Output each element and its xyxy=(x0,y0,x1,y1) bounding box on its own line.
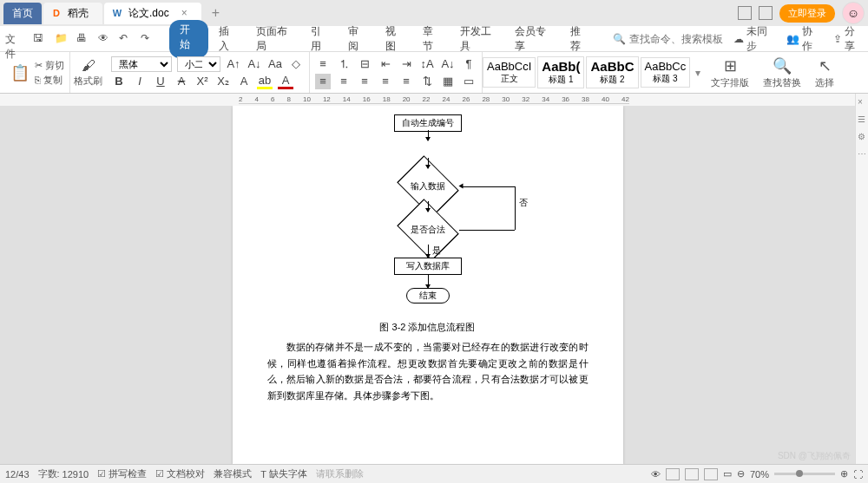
text-direction[interactable]: ↕A xyxy=(419,56,435,72)
zoom-thumb[interactable] xyxy=(796,470,803,477)
numbering[interactable]: ⒈ xyxy=(336,56,352,72)
shading[interactable]: ▦ xyxy=(440,74,456,89)
format-brush[interactable]: 🖌 格式刷 xyxy=(70,58,106,88)
borders[interactable]: ▭ xyxy=(461,74,477,89)
line-spacing[interactable]: ⇅ xyxy=(419,74,435,89)
fullscreen-icon[interactable]: ⛶ xyxy=(853,469,863,480)
find-replace-button[interactable]: 🔍查找替换 xyxy=(756,56,808,89)
avatar[interactable]: ☺ xyxy=(842,2,865,24)
doc-proof[interactable]: ☑文档校对 xyxy=(155,467,205,480)
coop-button[interactable]: 👥协作 xyxy=(786,24,820,54)
align-left[interactable]: ≡ xyxy=(315,74,331,89)
view-page[interactable] xyxy=(666,468,680,480)
fc-arrow xyxy=(458,184,463,189)
menu-right: ☁未同步 👥协作 ⇪分享 xyxy=(733,24,863,54)
compat-mode[interactable]: 兼容模式 xyxy=(214,467,252,480)
tab-label: 首页 xyxy=(12,6,33,21)
align-justify[interactable]: ≡ xyxy=(378,74,393,89)
highlight-button[interactable]: ab xyxy=(257,74,273,89)
sync-status[interactable]: ☁未同步 xyxy=(733,24,775,54)
sb-more-icon[interactable]: ⋯ xyxy=(858,149,866,158)
command-search[interactable]: 🔍 xyxy=(613,33,733,45)
increase-font[interactable]: A↑ xyxy=(226,56,241,72)
document-area[interactable]: 开始 自动生成编号 输入数据 是否合法 写入数据库 结束 否 是 图 3- xyxy=(0,106,855,464)
italic-button[interactable]: I xyxy=(132,74,148,89)
indent-right[interactable]: ⇥ xyxy=(398,56,414,72)
change-case[interactable]: Aa xyxy=(267,56,283,72)
sb-nav-icon[interactable]: ☰ xyxy=(858,114,866,123)
spell-check[interactable]: ☑拼写检查 xyxy=(97,467,147,480)
subscript-button[interactable]: X₂ xyxy=(215,74,231,89)
sort[interactable]: A↓ xyxy=(440,56,456,72)
style-h2[interactable]: AaBbC标题 2 xyxy=(586,56,638,88)
flowchart: 开始 自动生成编号 输入数据 是否合法 写入数据库 结束 否 是 xyxy=(298,114,558,314)
zoom-out[interactable]: ⊖ xyxy=(737,468,745,480)
sb-tools-icon[interactable]: ⚙ xyxy=(858,132,866,140)
save-icon[interactable]: 🖫 xyxy=(33,32,46,46)
menu-tab-vip[interactable]: 会员专享 xyxy=(506,20,560,58)
figure-caption: 图 3-2 添加信息流程图 xyxy=(267,321,589,334)
style-gallery: AaBbCcI正文 AaBb(标题 1 AaBbC标题 2 AaBbCc标题 3… xyxy=(483,56,704,88)
print-icon[interactable]: 🖶 xyxy=(76,32,89,46)
status-right: 👁 ▭ ⊖ 70% ⊕ ⛶ xyxy=(651,468,863,480)
share-button[interactable]: ⇪分享 xyxy=(833,24,863,54)
clear-format[interactable]: ◇ xyxy=(288,56,304,72)
layout-icon-1[interactable] xyxy=(738,6,752,20)
sb-close-icon[interactable]: × xyxy=(858,97,866,106)
cut-button[interactable]: ✂剪切 xyxy=(35,59,64,72)
layout-icon-2[interactable] xyxy=(759,6,773,20)
daoke-icon: D xyxy=(50,7,62,19)
menu-tab-rec[interactable]: 推荐 xyxy=(562,20,597,58)
eye-icon[interactable]: 👁 xyxy=(651,469,661,480)
font-name-select[interactable]: 黑体 xyxy=(111,56,172,72)
fc-arrow xyxy=(425,208,431,212)
bold-button[interactable]: B xyxy=(111,74,127,89)
align-right[interactable]: ≡ xyxy=(357,74,372,89)
select-button[interactable]: ↖选择 xyxy=(808,56,841,89)
show-marks[interactable]: ¶ xyxy=(461,56,477,72)
menu-file[interactable]: 文件 xyxy=(5,32,24,46)
copy-button[interactable]: ⎘复制 xyxy=(35,74,64,87)
font-size-select[interactable]: 小二 xyxy=(177,56,220,72)
close-icon[interactable]: × xyxy=(181,7,187,19)
underline-button[interactable]: U xyxy=(153,74,168,89)
view-outline[interactable] xyxy=(685,468,699,480)
people-icon: 👥 xyxy=(786,33,799,45)
decrease-font[interactable]: A↓ xyxy=(247,56,262,72)
paste-icon[interactable]: 📋 xyxy=(10,63,30,82)
status-bar: 12/43 字数:12910 ☑拼写检查 ☑文档校对 兼容模式 T缺失字体 请联… xyxy=(0,464,868,483)
fc-valid: 是否合法 xyxy=(402,217,454,243)
right-sidebar: × ☰ ⚙ ⋯ xyxy=(855,94,868,464)
text-effects[interactable]: A xyxy=(236,74,252,89)
preview-icon[interactable]: 👁 xyxy=(98,32,111,46)
font-color-button[interactable]: A xyxy=(278,74,293,89)
align-center[interactable]: ≡ xyxy=(336,74,352,89)
zoom-slider[interactable] xyxy=(774,473,835,475)
style-more[interactable]: ▾ xyxy=(692,67,704,79)
align-distribute[interactable]: ≡ xyxy=(398,74,414,89)
redo-icon[interactable]: ↷ xyxy=(141,32,154,46)
style-h3[interactable]: AaBbCc标题 3 xyxy=(641,57,691,88)
folder-icon[interactable]: 📁 xyxy=(55,32,68,46)
superscript-button[interactable]: X² xyxy=(194,74,210,89)
cloud-icon: ☁ xyxy=(733,33,744,45)
read-mode-icon[interactable]: ▭ xyxy=(723,468,732,480)
ruler[interactable]: 24681012141618202224262830323436384042 xyxy=(0,94,868,106)
tab-label: 论文.doc xyxy=(128,6,169,21)
page-indicator[interactable]: 12/43 xyxy=(5,469,30,480)
bullets[interactable]: ≡ xyxy=(315,56,331,72)
style-normal[interactable]: AaBbCcI正文 xyxy=(483,57,536,88)
text-layout-button[interactable]: ⊞文字排版 xyxy=(704,56,756,89)
strike-button[interactable]: A xyxy=(174,74,189,89)
view-web[interactable] xyxy=(704,468,718,480)
zoom-level[interactable]: 70% xyxy=(750,469,769,480)
style-h1[interactable]: AaBb(标题 1 xyxy=(537,56,584,88)
multilevel[interactable]: ⊟ xyxy=(357,56,372,72)
login-button[interactable]: 立即登录 xyxy=(779,4,835,23)
undo-icon[interactable]: ↶ xyxy=(119,32,132,46)
zoom-in[interactable]: ⊕ xyxy=(840,468,848,480)
missing-font[interactable]: T缺失字体 xyxy=(260,467,307,480)
word-count[interactable]: 字数:12910 xyxy=(38,467,89,480)
search-input[interactable] xyxy=(629,33,733,45)
indent-left[interactable]: ⇤ xyxy=(378,56,393,72)
